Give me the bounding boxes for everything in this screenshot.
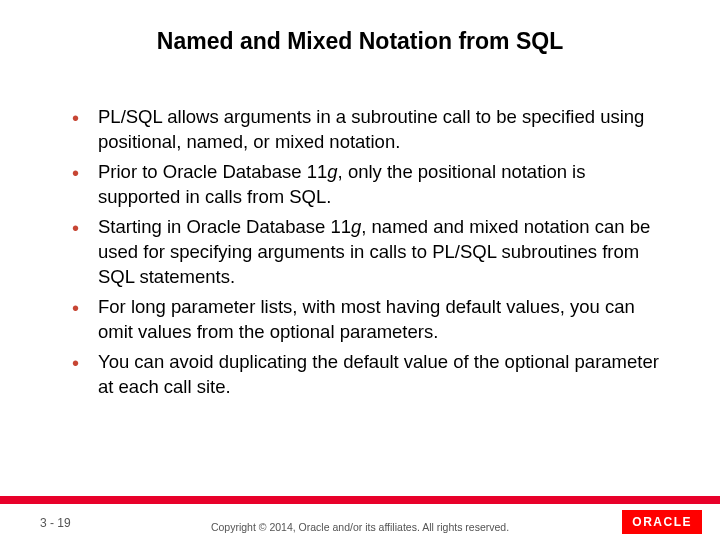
footer-divider — [0, 496, 720, 504]
bullet-text-italic: g — [351, 216, 361, 237]
slide: Named and Mixed Notation from SQL PL/SQL… — [0, 0, 720, 540]
bullet-text-pre: You can avoid duplicating the default va… — [98, 351, 659, 397]
oracle-logo: ORACLE — [622, 510, 702, 534]
bullet-item: You can avoid duplicating the default va… — [70, 350, 660, 400]
page-number: 3 - 19 — [40, 516, 71, 530]
copyright-text: Copyright © 2014, Oracle and/or its affi… — [200, 522, 520, 534]
bullet-item: Starting in Oracle Database 11g, named a… — [70, 215, 660, 290]
bullet-list: PL/SQL allows arguments in a subroutine … — [70, 105, 660, 400]
bullet-item: PL/SQL allows arguments in a subroutine … — [70, 105, 660, 155]
footer: 3 - 19 Copyright © 2014, Oracle and/or i… — [0, 498, 720, 540]
bullet-text-pre: Prior to Oracle Database 11 — [98, 161, 327, 182]
bullet-item: Prior to Oracle Database 11g, only the p… — [70, 160, 660, 210]
slide-title: Named and Mixed Notation from SQL — [0, 0, 720, 65]
bullet-text-pre: Starting in Oracle Database 11 — [98, 216, 351, 237]
slide-content: PL/SQL allows arguments in a subroutine … — [0, 65, 720, 400]
bullet-text-pre: For long parameter lists, with most havi… — [98, 296, 635, 342]
bullet-item: For long parameter lists, with most havi… — [70, 295, 660, 345]
bullet-text-italic: g — [327, 161, 337, 182]
bullet-text-pre: PL/SQL allows arguments in a subroutine … — [98, 106, 644, 152]
